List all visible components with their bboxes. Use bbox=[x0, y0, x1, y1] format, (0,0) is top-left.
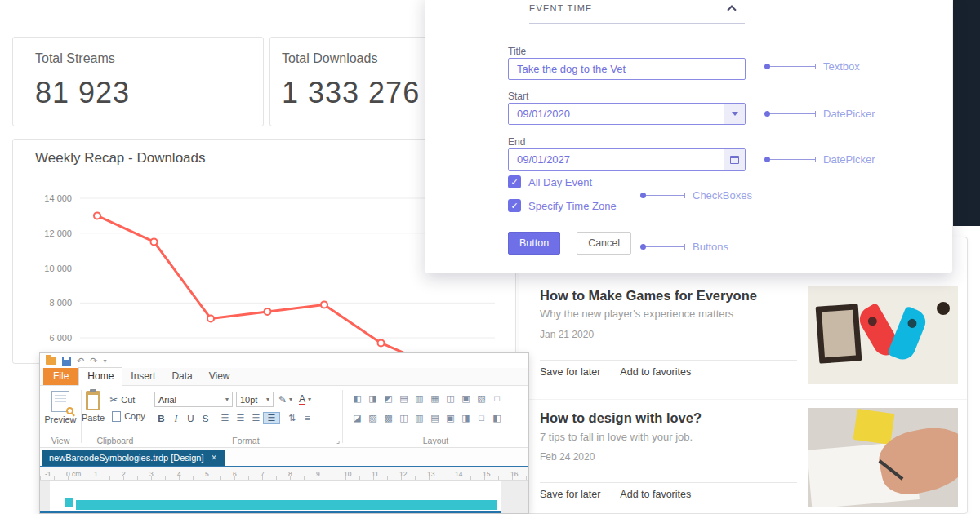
divider bbox=[529, 23, 745, 24]
end-date-input[interactable] bbox=[509, 149, 724, 170]
italic-button[interactable]: I bbox=[169, 411, 183, 425]
design-canvas[interactable] bbox=[40, 481, 528, 514]
tab-file[interactable]: File bbox=[43, 368, 78, 385]
ruler-label: 0 cm bbox=[66, 470, 94, 480]
undo-icon[interactable]: ↶ bbox=[77, 357, 84, 366]
layout-icon[interactable]: ◨ bbox=[365, 393, 381, 404]
checkbox-checked-icon[interactable]: ✓ bbox=[508, 175, 521, 188]
checkbox-specify-time-zone[interactable]: ✓ Specify Time Zone bbox=[508, 199, 617, 212]
ruler-label: 2 bbox=[122, 470, 149, 480]
article-actions: Save for later Add to favorites bbox=[540, 489, 691, 500]
dialog-launcher-icon[interactable]: ⌟ bbox=[336, 436, 340, 445]
redo-icon[interactable]: ↷ bbox=[90, 357, 97, 366]
calendar-button[interactable] bbox=[724, 149, 745, 170]
event-title-input[interactable] bbox=[508, 58, 746, 80]
spacing-icon[interactable]: ≡ bbox=[300, 413, 315, 423]
layout-icon[interactable]: ◫ bbox=[443, 393, 458, 404]
layout-icon[interactable]: ▩ bbox=[381, 413, 396, 423]
font-size-select[interactable]: 10pt ▾ bbox=[236, 392, 274, 407]
chevron-down-icon bbox=[732, 112, 738, 116]
tab-view[interactable]: View bbox=[201, 368, 238, 385]
layout-icon[interactable]: ◨ bbox=[458, 413, 474, 423]
font-color-button[interactable]: A ▾ bbox=[297, 392, 313, 407]
layout-icon[interactable]: ▧ bbox=[474, 393, 489, 404]
layout-icon[interactable]: ◫ bbox=[396, 413, 412, 423]
tab-home[interactable]: Home bbox=[78, 367, 122, 386]
annotation-label: Buttons bbox=[693, 241, 728, 253]
layout-icon[interactable]: ▦ bbox=[427, 393, 443, 404]
start-datepicker bbox=[508, 103, 746, 125]
connector-line bbox=[770, 113, 816, 114]
stat-label: Total Streams bbox=[35, 51, 263, 66]
save-for-later-link[interactable]: Save for later bbox=[540, 489, 600, 500]
font-family-select[interactable]: Arial ▾ bbox=[154, 392, 233, 407]
ribbon: Preview View Paste ✂ Cut bbox=[40, 386, 528, 448]
open-icon[interactable] bbox=[46, 357, 56, 365]
text-align-icon[interactable]: ☰ bbox=[233, 413, 248, 423]
add-to-favorites-link[interactable]: Add to favorites bbox=[620, 489, 691, 500]
preview-button[interactable]: Preview bbox=[40, 386, 81, 424]
spacing-icon[interactable]: ⇅ bbox=[284, 413, 300, 423]
save-icon[interactable] bbox=[62, 357, 71, 366]
text-align-icon[interactable]: ☰ bbox=[248, 413, 264, 423]
checkbox-label: All Day Event bbox=[528, 176, 592, 188]
report-element-bar[interactable] bbox=[76, 500, 497, 510]
copy-button[interactable]: Copy bbox=[109, 410, 145, 423]
article-subtitle: Why the new player's experience matters bbox=[540, 308, 733, 320]
checkbox-all-day-event[interactable]: ✓ All Day Event bbox=[508, 175, 592, 188]
annotation-datepicker: DatePicker bbox=[764, 155, 875, 163]
selection-bar bbox=[40, 511, 501, 514]
layout-icon[interactable]: ▤ bbox=[427, 413, 443, 423]
preview-icon bbox=[51, 391, 69, 412]
layout-icon[interactable]: ▣ bbox=[458, 393, 474, 404]
layout-icon[interactable]: ▣ bbox=[443, 413, 458, 423]
tab-data[interactable]: Data bbox=[163, 368, 200, 385]
layout-icon[interactable]: ◪ bbox=[350, 413, 365, 423]
layout-icon[interactable]: □ bbox=[489, 393, 505, 404]
connector-line bbox=[770, 66, 816, 67]
text-align-buttons: ☰☰☰☰ bbox=[217, 413, 279, 423]
layout-icon[interactable]: ◩ bbox=[381, 393, 396, 404]
strikethrough-button[interactable]: S bbox=[198, 411, 212, 425]
ribbon-group-view: Preview View bbox=[40, 386, 81, 447]
annotation-label: CheckBoxes bbox=[693, 189, 752, 202]
layout-icon[interactable]: ▥ bbox=[412, 413, 427, 423]
checkbox-checked-icon[interactable]: ✓ bbox=[508, 199, 521, 212]
start-date-input[interactable] bbox=[509, 104, 724, 124]
underline-button[interactable]: U bbox=[184, 411, 198, 425]
copy-icon bbox=[112, 411, 121, 422]
ruler-label: 10 bbox=[344, 470, 372, 480]
layout-icon[interactable]: ◧ bbox=[350, 393, 365, 404]
document-tab-label: newBarcodeSymbologies.trdp [Design] bbox=[49, 453, 204, 463]
ruler-label: 5 bbox=[205, 470, 233, 480]
layout-icon[interactable]: ▥ bbox=[412, 393, 427, 404]
layout-icon[interactable]: ▤ bbox=[396, 393, 412, 404]
svg-text:8 000: 8 000 bbox=[49, 298, 72, 308]
report-element-handle[interactable] bbox=[65, 498, 74, 507]
text-align-icon[interactable]: ☰ bbox=[264, 413, 279, 423]
layout-icon[interactable]: □ bbox=[474, 413, 489, 423]
cut-button[interactable]: ✂ Cut bbox=[109, 393, 145, 406]
paste-label: Paste bbox=[82, 413, 105, 423]
text-align-icon[interactable]: ☰ bbox=[217, 413, 233, 423]
preview-label: Preview bbox=[44, 414, 76, 424]
tab-insert[interactable]: Insert bbox=[122, 368, 163, 385]
add-to-favorites-link[interactable]: Add to favorites bbox=[620, 366, 691, 378]
spacing-buttons: ⇅≡ bbox=[284, 413, 315, 423]
toolbar-more-icon[interactable]: ▾ bbox=[103, 357, 106, 365]
primary-button[interactable]: Button bbox=[508, 232, 560, 255]
paste-button[interactable]: Paste bbox=[82, 386, 105, 423]
bold-button[interactable]: B bbox=[154, 411, 168, 425]
datepicker-dropdown-button[interactable] bbox=[724, 104, 745, 124]
group-label-format: Format bbox=[149, 436, 342, 445]
document-tab[interactable]: newBarcodeSymbologies.trdp [Design] × bbox=[42, 450, 225, 466]
layout-icon[interactable]: ◧ bbox=[489, 413, 505, 423]
save-for-later-link[interactable]: Save for later bbox=[540, 366, 600, 378]
format-painter-button[interactable]: ✎ ▾ bbox=[277, 392, 294, 407]
ruler-label: 11 bbox=[372, 470, 399, 480]
layout-icon[interactable]: ▨ bbox=[365, 413, 381, 423]
ruler-label: -1 bbox=[45, 470, 66, 480]
close-tab-icon[interactable]: × bbox=[212, 452, 217, 463]
chevron-up-icon[interactable] bbox=[727, 5, 736, 14]
cancel-button[interactable]: Cancel bbox=[577, 232, 631, 255]
